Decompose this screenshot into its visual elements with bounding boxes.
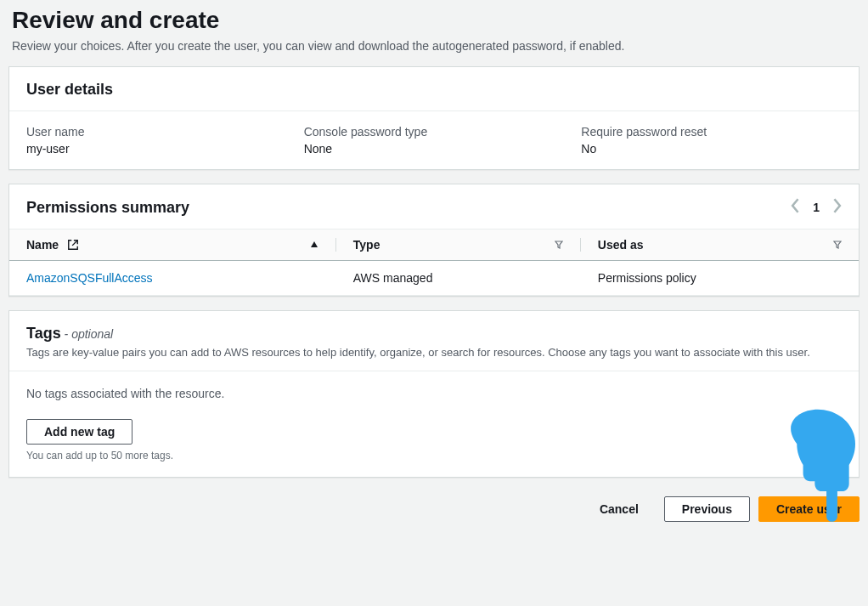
column-type-label: Type (353, 238, 380, 252)
username-value: my-user (26, 142, 287, 156)
column-used-as[interactable]: Used as (581, 238, 842, 252)
sort-asc-icon (310, 241, 318, 249)
permissions-title: Permissions summary (26, 199, 189, 217)
policy-type: AWS managed (336, 271, 581, 285)
kv-username: User name my-user (26, 125, 287, 156)
tags-title: Tags - optional (26, 325, 842, 343)
page-description: Review your choices. After you create th… (12, 39, 856, 53)
prev-page-button[interactable] (791, 198, 801, 217)
previous-button[interactable]: Previous (664, 496, 750, 522)
external-link-icon (67, 239, 79, 251)
tags-title-text: Tags (26, 325, 61, 342)
policy-used-as: Permissions policy (581, 271, 842, 285)
next-page-button[interactable] (831, 198, 842, 217)
policy-link[interactable]: AmazonSQSFullAccess (26, 271, 153, 285)
kv-password-type: Console password type None (304, 125, 565, 156)
page-title: Review and create (12, 7, 856, 34)
require-reset-label: Require password reset (581, 125, 842, 139)
permissions-table-header: Name Type Used as (9, 229, 859, 261)
pagination: 1 (791, 198, 842, 217)
column-type[interactable]: Type (336, 238, 581, 252)
chevron-left-icon (791, 198, 801, 213)
tags-description: Tags are key-value pairs you can add to … (26, 346, 842, 359)
footer-actions: Cancel Previous Create user (0, 491, 868, 532)
tags-hint: You can add up to 50 more tags. (26, 450, 842, 462)
create-user-button[interactable]: Create user (758, 496, 860, 522)
column-name[interactable]: Name (26, 238, 336, 252)
password-type-label: Console password type (304, 125, 565, 139)
user-details-panel: User details User name my-user Console p… (8, 66, 860, 170)
table-row: AmazonSQSFullAccess AWS managed Permissi… (9, 261, 859, 296)
filter-icon (833, 241, 842, 249)
permissions-panel: Permissions summary 1 Name Type (8, 184, 860, 297)
tags-panel: Tags - optional Tags are key-value pairs… (8, 310, 860, 478)
require-reset-value: No (581, 142, 842, 156)
kv-require-reset: Require password reset No (581, 125, 842, 156)
add-tag-button[interactable]: Add new tag (26, 419, 132, 445)
column-name-label: Name (26, 238, 59, 252)
chevron-right-icon (831, 198, 842, 213)
tags-optional: - optional (61, 327, 113, 341)
password-type-value: None (304, 142, 565, 156)
cancel-button[interactable]: Cancel (583, 497, 656, 521)
user-details-title: User details (26, 81, 842, 99)
no-tags-message: No tags associated with the resource. (26, 387, 842, 400)
filter-icon (555, 241, 563, 249)
column-used-as-label: Used as (598, 238, 644, 252)
username-label: User name (26, 125, 287, 139)
page-number: 1 (813, 201, 820, 214)
